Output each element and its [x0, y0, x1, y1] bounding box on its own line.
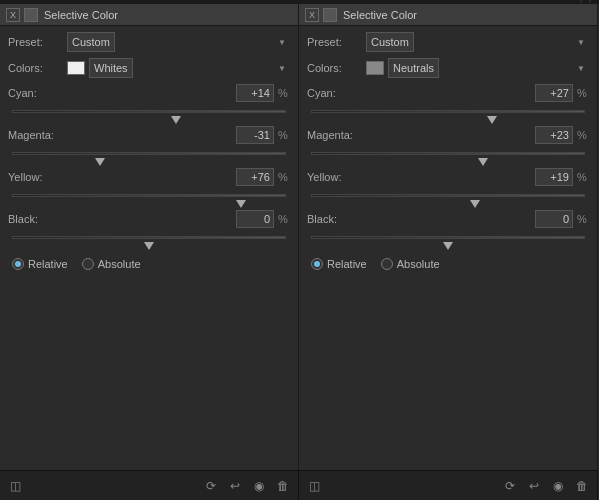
panel-left-colors-row: Colors: Whites: [8, 58, 290, 78]
panel-right-toolbar: ◫⟳↩◉🗑: [299, 470, 598, 500]
panel-right-slider-track-container-1[interactable]: [307, 146, 589, 160]
panel-left-toolbar-undo-icon[interactable]: ↩: [226, 477, 244, 495]
panel-left-radio-row: Relative Absolute: [8, 252, 290, 270]
panel-right-track-thumb-2: [470, 200, 480, 208]
panel-left-title: Selective Color: [44, 9, 118, 21]
panel-right-slider-value-3[interactable]: 0: [535, 210, 573, 228]
panel-left-slider-pct-0: %: [278, 87, 290, 99]
panel-left-slider-pct-3: %: [278, 213, 290, 225]
panel-right-slider-label-0: Cyan:: [307, 87, 362, 99]
panel-right-colors-wrapper: Neutrals: [388, 58, 589, 78]
panel-left-radio-1[interactable]: Absolute: [82, 258, 141, 270]
panel-left-colors-label: Colors:: [8, 62, 63, 74]
panel-right-icon2[interactable]: [323, 8, 337, 22]
panel-left-track-thumb-0: [171, 116, 181, 124]
panel-left-toolbar-link-icon[interactable]: ⟳: [202, 477, 220, 495]
panel-left-toolbar-eye-icon[interactable]: ◉: [250, 477, 268, 495]
panel-left-slider-value-row-0: Cyan: +14 %: [8, 84, 290, 102]
panel-right-track-thumb-0: [487, 116, 497, 124]
panel-right-slider-track-container-3[interactable]: [307, 230, 589, 244]
panel-left: X Selective Color Preset: Custom Colors:…: [0, 4, 299, 470]
panel-right-toolbar-eye-icon[interactable]: ◉: [549, 477, 567, 495]
panel-right-colors-row: Colors: Neutrals: [307, 58, 589, 78]
panel-left-slider-value-2[interactable]: +76: [236, 168, 274, 186]
panel-right-slider-value-1[interactable]: +23: [535, 126, 573, 144]
panel-left-track-thumb-1: [95, 158, 105, 166]
panel-right-slider-track-3[interactable]: [311, 230, 585, 244]
panel-left-slider-label-2: Yellow:: [8, 171, 63, 183]
panel-right-slider-track-container-0[interactable]: [307, 104, 589, 118]
panel-left-toolbar-trash-icon[interactable]: 🗑: [274, 477, 292, 495]
panel-right-slider-track-0[interactable]: [311, 104, 585, 118]
panel-left-slider-track-container-1[interactable]: [8, 146, 290, 160]
panel-left-slider-label-3: Black:: [8, 213, 63, 225]
panel-left-colors-select[interactable]: Whites: [89, 58, 133, 78]
panel-left-slider-track-0[interactable]: [12, 104, 286, 118]
panel-right-slider-0: Cyan: +27 %: [307, 84, 589, 118]
panel-left-icon2[interactable]: [24, 8, 38, 22]
panel-right-colors-select[interactable]: Neutrals: [388, 58, 439, 78]
panel-right-slider-2: Yellow: +19 %: [307, 168, 589, 202]
panel-left-slider-value-row-1: Magenta: -31 %: [8, 126, 290, 144]
panel-left-slider-value-row-2: Yellow: +76 %: [8, 168, 290, 186]
panel-left-slider-value-3[interactable]: 0: [236, 210, 274, 228]
panel-right-radio-0[interactable]: Relative: [311, 258, 367, 270]
panel-right-slider-label-3: Black:: [307, 213, 362, 225]
panel-right-color-swatch: [366, 61, 384, 75]
panel-left-slider-value-0[interactable]: +14: [236, 84, 274, 102]
panel-left-track-thumb-2: [236, 200, 246, 208]
panel-left-radio-circle-0: [12, 258, 24, 270]
panel-right-radio-1[interactable]: Absolute: [381, 258, 440, 270]
panel-left-slider-value-row-3: Black: 0 %: [8, 210, 290, 228]
panel-right-slider-label-1: Magenta:: [307, 129, 362, 141]
panel-right-toolbar-link-icon[interactable]: ⟳: [501, 477, 519, 495]
panel-right-slider-track-2[interactable]: [311, 188, 585, 202]
panel-right-slider-pct-3: %: [577, 213, 589, 225]
panel-left-radio-circle-1: [82, 258, 94, 270]
panel-right-content: Preset: Custom Colors: Neutrals Cyan: +2…: [299, 26, 597, 466]
panel-left-radio-label-1: Absolute: [98, 258, 141, 270]
panel-right-slider-value-row-2: Yellow: +19 %: [307, 168, 589, 186]
panel-right-track-bg-3: [311, 236, 585, 239]
panel-left-toolbar-layers-icon[interactable]: ◫: [6, 477, 24, 495]
panel-left-content: Preset: Custom Colors: Whites Cyan: +14 …: [0, 26, 298, 466]
panel-left-slider-track-2[interactable]: [12, 188, 286, 202]
panel-left-slider-label-1: Magenta:: [8, 129, 63, 141]
panel-left-slider-value-1[interactable]: -31: [236, 126, 274, 144]
panel-left-track-bg-3: [12, 236, 286, 239]
panel-left-header-icons: X: [6, 8, 38, 22]
panel-right-slider-pct-0: %: [577, 87, 589, 99]
panel-right-slider-pct-2: %: [577, 171, 589, 183]
panel-left-radio-0[interactable]: Relative: [12, 258, 68, 270]
panel-left-slider-label-0: Cyan:: [8, 87, 63, 99]
panel-right-preset-select[interactable]: Custom: [366, 32, 414, 52]
panel-left-slider-track-container-0[interactable]: [8, 104, 290, 118]
panel-right-slider-value-2[interactable]: +19: [535, 168, 573, 186]
panel-left-slider-1: Magenta: -31 %: [8, 126, 290, 160]
panel-right-slider-track-container-2[interactable]: [307, 188, 589, 202]
panel-right-toolbar-layers-icon[interactable]: ◫: [305, 477, 323, 495]
panel-right-toolbar-trash-icon[interactable]: 🗑: [573, 477, 591, 495]
panel-right-radio-row: Relative Absolute: [307, 252, 589, 270]
panel-left-track-thumb-3: [144, 242, 154, 250]
panel-left-preset-wrapper: Custom: [67, 32, 290, 52]
panel-right-slider-value-0[interactable]: +27: [535, 84, 573, 102]
panel-right-radio-label-0: Relative: [327, 258, 367, 270]
panel-right-slider-track-1[interactable]: [311, 146, 585, 160]
panel-right-header-icons: X: [305, 8, 337, 22]
panel-right-header: X Selective Color: [299, 4, 597, 26]
panel-left-slider-track-3[interactable]: [12, 230, 286, 244]
panel-left-slider-track-container-3[interactable]: [8, 230, 290, 244]
panel-right-toolbar-undo-icon[interactable]: ↩: [525, 477, 543, 495]
panel-right-radio-circle-1: [381, 258, 393, 270]
panel-left-preset-select[interactable]: Custom: [67, 32, 115, 52]
panel-left-slider-track-1[interactable]: [12, 146, 286, 160]
panel-left-radio-label-0: Relative: [28, 258, 68, 270]
panel-left-slider-pct-1: %: [278, 129, 290, 141]
panel-left-slider-track-container-2[interactable]: [8, 188, 290, 202]
panel-left-icon1[interactable]: X: [6, 8, 20, 22]
panel-right-icon1[interactable]: X: [305, 8, 319, 22]
panel-right-track-bg-1: [311, 152, 585, 155]
panel-left-track-bg-2: [12, 194, 286, 197]
panel-left-preset-label: Preset:: [8, 36, 63, 48]
